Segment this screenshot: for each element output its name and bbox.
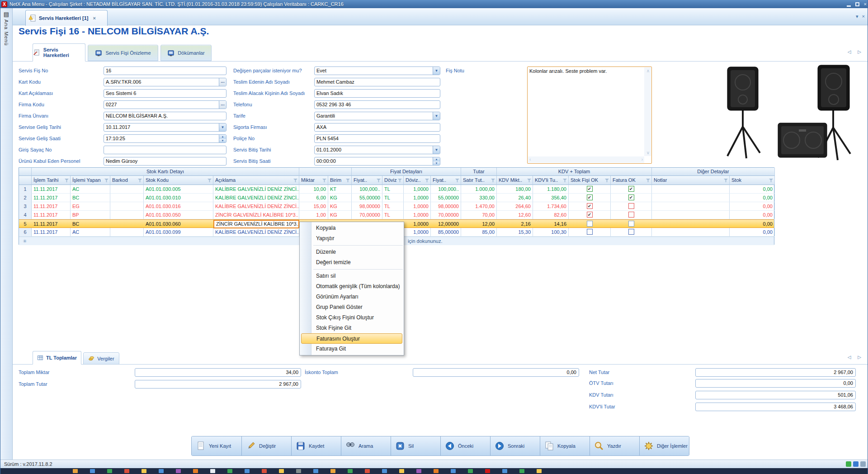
field-value[interactable]: NELCOM BİLGİSAYAR A.Ş. [104, 112, 226, 120]
field-value[interactable]: Garantili [315, 112, 433, 120]
menu-item-stok-fi-ine-git[interactable]: Stok Fişine Git [300, 323, 404, 333]
totals-tab-1[interactable]: TL Toplamlar [33, 351, 81, 365]
grid-cell[interactable]: TL [382, 194, 404, 202]
taskbar-app-icon[interactable] [142, 469, 146, 473]
taskbar-app-icon[interactable] [434, 469, 439, 473]
menu-item-kopyala[interactable]: Kopyala [300, 223, 404, 233]
grid-cell[interactable]: 11.11.2017 [32, 185, 71, 194]
taskbar-app-icon[interactable] [124, 469, 129, 473]
field-value[interactable]: Elvan Sadık [315, 90, 440, 97]
grid-column-header[interactable]: Açıklama [213, 176, 299, 185]
note-vertical-scrollbar[interactable]: ∧ ∨ [644, 67, 651, 156]
grid-cell[interactable] [652, 228, 730, 237]
field-value[interactable]: 0532 296 33 46 [315, 101, 440, 109]
arama-button[interactable]: Arama [341, 436, 391, 455]
grid-cell[interactable]: 12,60 [497, 211, 533, 219]
dropdown-button[interactable]: ▼ [433, 112, 440, 120]
grid-column-header[interactable]: Birim [328, 176, 352, 185]
menu-item-grup-paneli-g-ster[interactable]: Grup Paneli Göster [300, 302, 404, 313]
close-icon[interactable]: × [864, 1, 867, 7]
grid-cell[interactable]: A01.01.030.060 [144, 220, 213, 228]
grid-cell[interactable]: BP [71, 211, 110, 219]
main-menu-vertical-label[interactable]: Ana Menü [4, 19, 9, 46]
tab-strip-close-icon[interactable]: × [862, 14, 865, 19]
tab-servis-hareketleri[interactable]: Servis Hareketleri [1] × [25, 10, 108, 26]
grid-cell[interactable]: 180,00 [497, 185, 533, 194]
grid-cell[interactable]: ✔ [569, 194, 611, 202]
filter-funnel-icon[interactable] [491, 179, 495, 182]
di-er-i-lemler-button[interactable]: Diğer İşlemler [639, 436, 689, 455]
grid-cell[interactable]: A01.01.030.010 [144, 194, 213, 202]
grid-column-header[interactable]: Barkod [110, 176, 144, 185]
grid-cell[interactable]: KG [328, 211, 352, 219]
-nceki-button[interactable]: Önceki [440, 436, 490, 455]
subtab-1[interactable]: Servis Hareketleri [33, 43, 85, 62]
grid-cell[interactable]: 6,00 [299, 194, 328, 202]
grid-cell[interactable]: 1,0000 [404, 228, 431, 237]
menu-item-faturaya-git[interactable]: Faturaya Git [300, 344, 404, 354]
table-row[interactable]: 311.11.2017EGA01.01.030.016KALİBRE GALVE… [19, 202, 774, 211]
taskbar-app-icon[interactable] [485, 469, 490, 473]
table-row[interactable]: 411.11.2017BPA01.01.030.050ZİNCİR GALVEN… [19, 211, 774, 219]
menu-item-sat-r-sil[interactable]: Satırı sil [300, 271, 404, 281]
maximize-icon[interactable] [855, 2, 859, 6]
taskbar-app-icon[interactable] [537, 469, 542, 473]
grid-column-header[interactable]: Stok Kodu [144, 176, 213, 185]
field-value[interactable]: PLN 5454 [315, 135, 440, 142]
grid-cell[interactable] [110, 194, 144, 202]
grid-cell[interactable]: KALİBRE GALVENİZLİ DENİZ ZİNCİ.. [213, 185, 299, 194]
grid-cell[interactable] [611, 211, 652, 219]
taskbar-app-icon[interactable] [107, 469, 112, 473]
filter-funnel-icon[interactable] [346, 179, 350, 182]
taskbar-app-icon[interactable] [193, 469, 198, 473]
grid-cell[interactable] [110, 202, 144, 211]
fatura-ok-checkbox[interactable] [628, 221, 634, 227]
field-value[interactable]: 0227 [104, 101, 219, 109]
taskbar-app-icon[interactable] [296, 469, 301, 473]
grid-column-header[interactable]: KDV'li Tu.. [533, 176, 569, 185]
grid-cell[interactable]: ZİNCİR GALVENİZLİ KALİBRE 10*3.. [213, 220, 299, 228]
fatura-ok-checkbox[interactable]: ✔ [628, 186, 634, 192]
field-value[interactable]: 16 [104, 67, 226, 75]
minimize-icon[interactable] [847, 5, 851, 7]
grid-cell[interactable]: 82,60 [533, 211, 569, 219]
grid-cell[interactable]: 70,00000 [431, 211, 461, 219]
grid-column-header[interactable]: Miktar [299, 176, 328, 185]
menu-item-faturas-n-olu-tur[interactable]: Faturasını Oluştur [301, 333, 402, 344]
left-field-9[interactable]: Nedim Gürsoy [104, 157, 226, 166]
field-value[interactable]: 17:10:25 [104, 135, 219, 142]
filter-funnel-icon[interactable] [65, 179, 69, 182]
grid-column-header[interactable]: Stok Fişi OK [569, 176, 611, 185]
grid-cell[interactable]: A01.01.030.016 [144, 202, 213, 211]
left-field-5[interactable]: NELCOM BİLGİSAYAR A.Ş. [104, 112, 226, 120]
grid-cell[interactable]: 100,000.. [352, 185, 382, 194]
grid-cell[interactable]: BC [71, 194, 110, 202]
filter-funnel-icon[interactable] [563, 179, 567, 182]
grid-cell[interactable]: 0,00 [730, 220, 775, 228]
grid-cell[interactable]: A01.01.030.005 [144, 185, 213, 194]
grid-cell[interactable]: 1,0000 [404, 185, 431, 194]
taskbar-app-icon[interactable] [451, 469, 456, 473]
grid-column-header[interactable]: İşlemi Yapan [71, 176, 110, 185]
taskbar-app-icon[interactable] [382, 469, 387, 473]
left-field-1[interactable]: 16 [104, 66, 226, 75]
filter-funnel-icon[interactable] [455, 179, 459, 182]
grid-column-header[interactable]: Notlar [652, 176, 730, 185]
grid-cell[interactable]: 12,00 [461, 220, 497, 228]
middle-field-4[interactable]: 0532 296 33 46 [314, 100, 440, 109]
field-value[interactable]: Evet [315, 67, 433, 75]
grid-cell[interactable]: 1,0000 [404, 220, 431, 228]
field-value[interactable]: AXA [315, 123, 440, 131]
taskbar-app-icon[interactable] [176, 469, 181, 473]
main-menu-icon[interactable]: ▤ [3, 11, 10, 18]
stok-fisi-ok-checkbox[interactable] [587, 221, 593, 227]
grid-cell[interactable]: AC [71, 228, 110, 237]
grid-cell[interactable] [110, 211, 144, 219]
grid-cell[interactable]: 11.11.2017 [32, 202, 71, 211]
lookup-button[interactable]: ... [219, 101, 226, 109]
grid-cell[interactable]: 356,40 [533, 194, 569, 202]
middle-field-8[interactable]: 01.01.2000▼ [314, 146, 440, 154]
grid-cell[interactable]: 85,00000 [431, 228, 461, 237]
grid-cell[interactable]: ✔ [569, 202, 611, 211]
kopyala-button[interactable]: Kopyala [540, 436, 590, 455]
